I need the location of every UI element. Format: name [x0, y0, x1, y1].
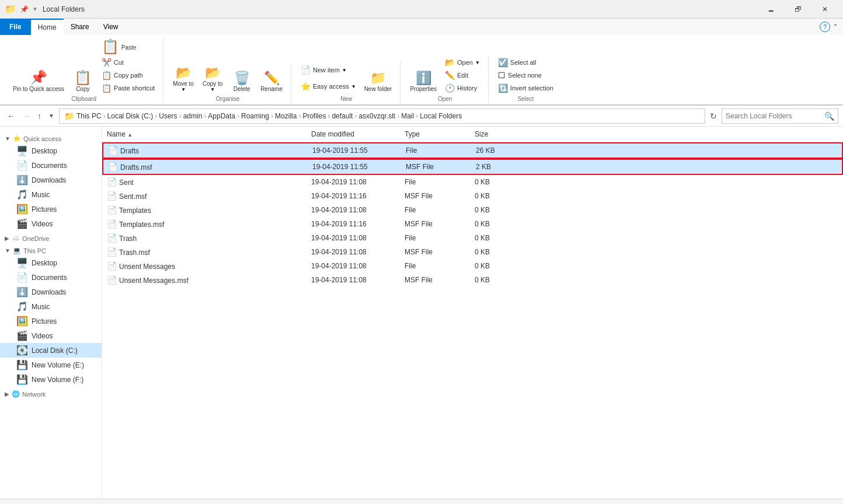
delete-button[interactable]: 🗑️ Delete: [228, 69, 256, 94]
breadcrumb-admin[interactable]: admin: [183, 112, 203, 120]
breadcrumb-local-disk[interactable]: Local Disk (C:): [107, 112, 154, 120]
sidebar-item-documents[interactable]: 📄 Documents: [0, 158, 102, 173]
column-header-name[interactable]: Name ▲: [102, 129, 306, 139]
refresh-button[interactable]: ↻: [708, 109, 719, 123]
select-none-button[interactable]: ☐ Select none: [494, 69, 545, 82]
copy-button[interactable]: 📋 Copy: [69, 68, 97, 94]
easy-access-dropdown-icon: ▼: [351, 84, 356, 89]
select-all-button[interactable]: ☑️ Select all: [494, 56, 540, 69]
music-icon: 🎵: [16, 189, 28, 200]
network-section[interactable]: ▶ 🌐 Network: [0, 387, 102, 399]
main-area: ▼ ⭐ Quick access 🖥️ Desktop 📄 Documents …: [0, 127, 843, 499]
large-icon-view-button[interactable]: ⊞: [824, 502, 836, 505]
address-bar[interactable]: 📁 This PC › Local Disk (C:) › Users › ad…: [59, 108, 705, 124]
tab-home[interactable]: Home: [31, 19, 64, 35]
column-header-type[interactable]: Type: [400, 129, 470, 139]
breadcrumb-local-folders[interactable]: Local Folders: [420, 112, 462, 120]
help-button[interactable]: ?: [820, 22, 830, 32]
detail-view-button[interactable]: ☰: [811, 502, 823, 505]
breadcrumb-mozilla[interactable]: Mozilla: [275, 112, 297, 120]
file-type-cell: File: [400, 261, 470, 271]
title-dropdown-icon: ▼: [32, 6, 38, 12]
tab-view[interactable]: View: [96, 19, 126, 35]
copy-to-button[interactable]: 📂 Copy to ▼: [198, 64, 227, 94]
new-folder-button[interactable]: 📁 New folder: [361, 69, 396, 94]
edit-button[interactable]: ✏️ Edit: [441, 69, 472, 82]
table-row[interactable]: 📄Templates 19-04-2019 11:08 File 0 KB: [102, 203, 843, 217]
easy-access-button[interactable]: ⭐ Easy access ▼: [297, 78, 360, 94]
table-row[interactable]: 📄Drafts.msf 19-04-2019 11:55 MSF File 2 …: [102, 159, 843, 175]
file-icon: 📄: [107, 219, 117, 229]
breadcrumb-profile-id[interactable]: asx0vzqr.slt: [358, 112, 395, 120]
new-item-button[interactable]: 📄 New item ▼: [297, 62, 350, 78]
sidebar-item-new-volume-f[interactable]: 💾 New Volume (F:): [0, 372, 102, 387]
new-folder-label: New folder: [364, 86, 392, 92]
table-row[interactable]: 📄Templates.msf 19-04-2019 11:16 MSF File…: [102, 217, 843, 231]
rename-button[interactable]: ✏️ Rename: [257, 69, 286, 94]
sidebar-item-local-disk-c[interactable]: 💽 Local Disk (C:): [0, 343, 102, 358]
sidebar-item-music[interactable]: 🎵 Music: [0, 187, 102, 202]
tab-file[interactable]: File: [0, 19, 31, 35]
sidebar-item-videos[interactable]: 🎬 Videos: [0, 216, 102, 231]
history-button[interactable]: 🕐 History: [441, 82, 480, 94]
paste-shortcut-button[interactable]: 📋 Paste shortcut: [98, 82, 158, 94]
sidebar-item-pc-downloads[interactable]: ⬇️ Downloads: [0, 285, 102, 299]
quick-access-section[interactable]: ▼ ⭐ Quick access: [0, 131, 102, 144]
table-row[interactable]: 📄Trash.msf 19-04-2019 11:08 MSF File 0 K…: [102, 245, 843, 259]
paste-button[interactable]: 📋 Paste: [98, 37, 140, 56]
breadcrumb-mail[interactable]: Mail: [401, 112, 414, 120]
select-label: Select: [517, 96, 534, 103]
sidebar-item-pc-pictures[interactable]: 🖼️ Pictures: [0, 314, 102, 328]
window-title: Local Folders: [43, 5, 85, 13]
onedrive-icon: ☁️: [12, 235, 20, 242]
search-input[interactable]: [726, 112, 824, 120]
table-row[interactable]: 📄Drafts 19-04-2019 11:55 File 26 KB: [102, 142, 843, 159]
copy-path-button[interactable]: 📋 Copy path: [98, 69, 158, 82]
minimize-button[interactable]: 🗕: [758, 0, 785, 19]
column-header-date[interactable]: Date modified: [306, 129, 400, 139]
sidebar-item-desktop[interactable]: 🖥️ Desktop: [0, 144, 102, 158]
file-type-cell: MSF File: [400, 247, 470, 257]
breadcrumb-roaming[interactable]: Roaming: [241, 112, 269, 120]
up-button[interactable]: ↑: [35, 109, 44, 123]
invert-selection-button[interactable]: 🔃 Invert selection: [494, 82, 557, 94]
recent-locations-button[interactable]: ▼: [46, 110, 57, 121]
back-button[interactable]: ←: [5, 109, 18, 123]
this-pc-section[interactable]: ▼ 💻 This PC: [0, 243, 102, 256]
sidebar-item-new-volume-e[interactable]: 💾 New Volume (E:): [0, 358, 102, 372]
breadcrumb-this-pc[interactable]: This PC: [76, 112, 102, 120]
breadcrumb-profiles[interactable]: Profiles: [302, 112, 326, 120]
close-button[interactable]: ✕: [811, 0, 838, 19]
sidebar-item-pc-documents[interactable]: 📄 Documents: [0, 270, 102, 285]
collapse-ribbon-button[interactable]: ⌃: [832, 23, 838, 31]
table-row[interactable]: 📄Trash 19-04-2019 11:08 File 0 KB: [102, 231, 843, 245]
sidebar-item-pc-videos[interactable]: 🎬 Videos: [0, 328, 102, 343]
sidebar-item-pictures[interactable]: 🖼️ Pictures: [0, 202, 102, 216]
sidebar: ▼ ⭐ Quick access 🖥️ Desktop 📄 Documents …: [0, 127, 102, 499]
sidebar-item-downloads[interactable]: ⬇️ Downloads: [0, 173, 102, 187]
breadcrumb-default[interactable]: default: [332, 112, 353, 120]
table-row[interactable]: 📄Sent.msf 19-04-2019 11:16 MSF File 0 KB: [102, 189, 843, 203]
breadcrumb-users[interactable]: Users: [159, 112, 177, 120]
breadcrumb-appdata[interactable]: AppData: [208, 112, 235, 120]
maximize-button[interactable]: 🗗: [785, 0, 811, 19]
pc-pictures-icon: 🖼️: [16, 316, 28, 327]
table-row[interactable]: 📄Sent 19-04-2019 11:08 File 0 KB: [102, 175, 843, 189]
table-row[interactable]: 📄Unsent Messages.msf 19-04-2019 11:08 MS…: [102, 273, 843, 287]
forward-button[interactable]: →: [20, 109, 33, 123]
sidebar-item-pc-music[interactable]: 🎵 Music: [0, 299, 102, 314]
properties-button[interactable]: ℹ️ Properties: [406, 69, 440, 94]
new-folder-icon: 📁: [370, 72, 386, 85]
table-row[interactable]: 📄Unsent Messages 19-04-2019 11:08 File 0…: [102, 259, 843, 273]
file-list: Name ▲ Date modified Type Size 📄Drafts 1…: [102, 127, 843, 499]
move-to-button[interactable]: 📂 Move to ▼: [169, 64, 197, 94]
tab-share[interactable]: Share: [64, 19, 96, 35]
open-button[interactable]: 📂 Open ▼: [441, 56, 483, 69]
onedrive-section[interactable]: ▶ ☁️ OneDrive: [0, 231, 102, 243]
file-name-cell: 📄Sent.msf: [102, 190, 306, 202]
pin-quick-access-button[interactable]: 📌 Pin to Quick access: [9, 68, 68, 94]
documents-icon: 📄: [16, 160, 28, 171]
cut-button[interactable]: ✂️ Cut: [98, 56, 158, 69]
sidebar-item-pc-desktop[interactable]: 🖥️ Desktop: [0, 256, 102, 270]
column-header-size[interactable]: Size: [470, 129, 517, 139]
